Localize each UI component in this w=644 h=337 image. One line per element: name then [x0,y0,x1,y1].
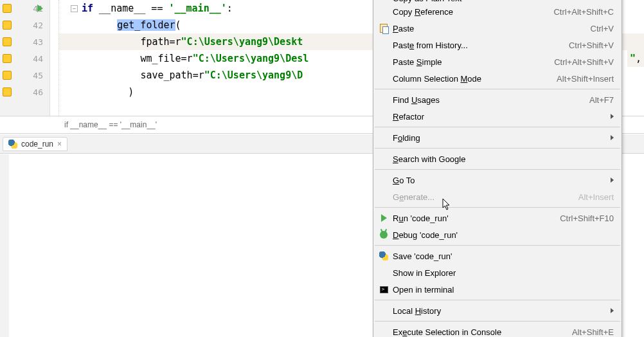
breadcrumb-item[interactable]: if __name__ == '__main__' [64,120,157,129]
menu-item-go-to[interactable]: Go To [373,172,622,188]
gutter: 41 42 43 44 45 46 [0,0,50,116]
bug-icon [377,231,390,239]
menu-shortcut: Alt+Shift+E [572,327,614,337]
code-text: fpath=r [140,36,181,48]
line-number: 45 [33,71,43,80]
menu-shortcut: Ctrl+Shift+F10 [560,214,614,223]
paste-icon [377,24,390,33]
menu-shortcut: Ctrl+Shift+V [569,41,614,50]
menu-separator [375,321,620,322]
tool-tab-code-run[interactable]: code_run × [3,137,67,151]
close-icon[interactable]: × [57,140,62,149]
terminal-icon [377,286,390,293]
menu-item-execute-selection[interactable]: Execute Selection in Console Alt+Shift+E [373,323,622,337]
line-number: 46 [33,87,43,97]
menu-label: Debug 'code_run' [393,230,458,240]
menu-item-copy-reference[interactable]: Copy Reference Ctrl+Alt+Shift+C [373,3,622,20]
menu-label: Generate... [393,192,434,202]
code-text: ( [175,19,181,31]
menu-separator [375,148,620,149]
menu-shortcut: Alt+Shift+Insert [557,74,614,84]
menu-item-run[interactable]: Run 'code_run' Ctrl+Shift+F10 [373,210,622,226]
menu-item-generate: Generate... Alt+Insert [373,188,622,205]
python-icon [377,251,390,260]
indent [71,19,117,31]
menu-item-debug[interactable]: Debug 'code_run' [373,226,622,243]
menu-separator [375,89,620,89]
run-gutter-icon[interactable] [37,5,43,12]
fold-toggle-icon[interactable]: − [71,5,78,12]
menu-label: Column Selection Mode [393,74,481,84]
menu-label: Search with Google [393,154,465,164]
menu-item-paste[interactable]: Paste Ctrl+V [373,20,622,37]
code-text: __name__ == [93,3,168,14]
chevron-right-icon [611,135,614,140]
menu-shortcut: Alt+Insert [578,192,614,202]
selected-text: get_folder [117,19,175,31]
indent [71,36,140,48]
string-literal: "C:\Users\yang9\D [204,69,303,81]
code-text: wm_file=r [140,53,192,64]
string-literal: "C:\Users\yang9\Desl [193,53,309,64]
gutter-row[interactable]: 41 [0,0,49,17]
gutter-row[interactable]: 42 [0,17,49,33]
gutter-row[interactable]: 44 [0,50,49,67]
menu-item-find-usages[interactable]: Find Usages Alt+F7 [373,91,622,108]
code-tail-fragment: " , [627,50,644,67]
menu-label: Folding [393,133,420,143]
run-icon [377,214,390,222]
menu-item-open-in-terminal[interactable]: Open in terminal [373,281,622,298]
menu-separator [375,127,620,127]
menu-label: Local History [393,306,441,316]
menu-separator [375,300,620,300]
menu-label: Show in Explorer [393,268,456,278]
line-number: 42 [33,21,43,30]
menu-item-save-code-run[interactable]: Save 'code_run' [373,248,622,264]
menu-item-paste-history[interactable]: Paste from History... Ctrl+Shift+V [373,37,622,53]
menu-label: Paste [393,24,414,33]
menu-shortcut: Alt+F7 [589,95,614,105]
menu-shortcut: Ctrl+Alt+Shift+V [554,57,614,67]
menu-label: Find Usages [393,95,440,105]
fold-rail [50,0,59,116]
menu-separator [375,169,620,170]
menu-label: Paste Simple [393,57,442,67]
gutter-row[interactable]: 45 [0,67,49,84]
chevron-right-icon [611,178,614,183]
menu-item-refactor[interactable]: Refactor [373,108,622,125]
menu-label: Save 'code_run' [393,251,452,261]
menu-item-paste-simple[interactable]: Paste Simple Ctrl+Alt+Shift+V [373,53,622,70]
menu-shortcut: Ctrl+Alt+Shift+C [553,7,614,17]
python-icon [8,140,17,149]
line-number: 43 [33,37,43,47]
menu-item-folding[interactable]: Folding [373,129,622,146]
code-text: save_path=r [140,69,204,81]
indent [71,53,140,64]
chevron-right-icon [611,114,614,119]
code-text: ) [82,86,134,98]
menu-label: Paste from History... [393,41,468,50]
indent [71,69,140,81]
menu-label: Refactor [393,112,424,122]
menu-label: Copy Reference [393,7,453,17]
gutter-row[interactable]: 43 [0,33,49,50]
code-text: : [227,3,233,14]
string-literal: " [630,53,636,64]
menu-item-show-in-explorer[interactable]: Show in Explorer [373,264,622,281]
gutter-row[interactable]: 46 [0,84,49,100]
menu-separator [375,207,620,208]
line-number: 44 [33,54,43,64]
keyword: if [82,3,93,14]
menu-label: Go To [393,176,415,185]
chevron-right-icon [611,308,614,313]
menu-separator [375,245,620,246]
menu-item-column-selection[interactable]: Column Selection Mode Alt+Shift+Insert [373,70,622,87]
menu-shortcut: Ctrl+V [591,24,614,33]
menu-item-local-history[interactable]: Local History [373,302,622,319]
context-menu: Copy as Plain Text Copy Reference Ctrl+A… [373,0,622,337]
menu-item-search-google[interactable]: Search with Google [373,150,622,167]
menu-label: Execute Selection in Console [393,327,501,337]
code-text: , [636,53,641,64]
tool-tab-label: code_run [21,140,53,149]
menu-label: Open in terminal [393,285,454,295]
